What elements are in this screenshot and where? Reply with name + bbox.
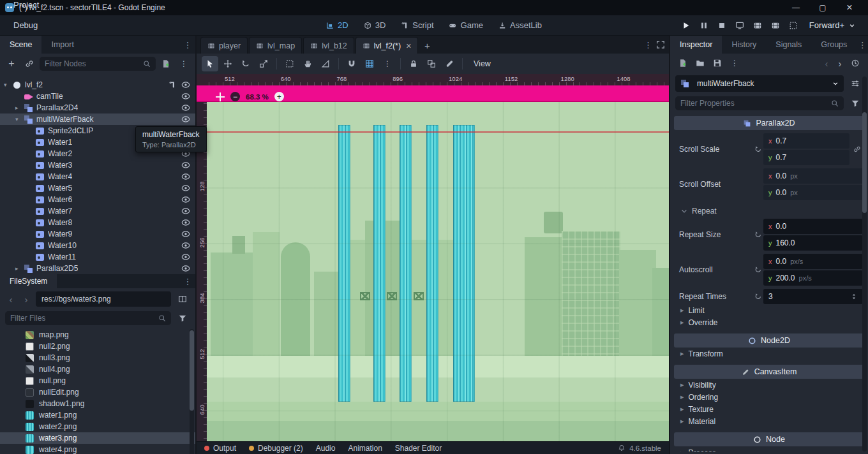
- visibility-eye-icon[interactable]: [181, 103, 190, 112]
- visibility-eye-icon[interactable]: [181, 207, 190, 216]
- revert-icon[interactable]: [754, 145, 762, 153]
- current-path[interactable]: res://bgs/water3.png: [36, 291, 171, 307]
- maximize-button[interactable]: ▢: [809, 0, 836, 15]
- visibility-eye-icon[interactable]: [181, 184, 190, 193]
- property-filter-options-icon[interactable]: [848, 96, 863, 111]
- repeat-times-field[interactable]: 3: [763, 289, 863, 304]
- zoom-out-button[interactable]: −: [230, 92, 240, 101]
- revert-icon[interactable]: [754, 266, 762, 274]
- lock-button[interactable]: [405, 56, 422, 71]
- bottom-panel-button[interactable]: Debugger (2): [249, 444, 303, 453]
- tree-node[interactable]: Water8: [0, 217, 195, 228]
- autoscroll-x-field[interactable]: x0.0px/s: [763, 254, 863, 269]
- category-node[interactable]: Node: [674, 432, 864, 446]
- collapsed-section[interactable]: ▸Visibility: [674, 379, 864, 391]
- file-item[interactable]: nullEdit.png: [0, 386, 195, 398]
- file-item[interactable]: map.png: [0, 329, 195, 340]
- tab-list-menu-icon[interactable]: ⋮: [644, 40, 652, 50]
- tree-expand-arrow[interactable]: ▸: [15, 266, 24, 272]
- category-canvasitem[interactable]: CanvasItem: [674, 365, 864, 379]
- scene-tab[interactable]: lvl_b12: [303, 37, 354, 54]
- resource-menu-icon[interactable]: ⋮: [727, 55, 742, 71]
- view-menu[interactable]: View: [467, 56, 497, 71]
- minimize-button[interactable]: —: [782, 0, 809, 15]
- workspace-script[interactable]: Script: [394, 15, 440, 36]
- tree-node[interactable]: Water5: [0, 182, 195, 194]
- autoscroll-y-field[interactable]: y200.0px/s: [763, 270, 863, 286]
- scene-tree-menu-icon[interactable]: ⋮: [176, 56, 191, 71]
- file-sort-icon[interactable]: [175, 311, 190, 326]
- list-select-button[interactable]: [281, 56, 298, 71]
- scene-dock-tab[interactable]: Scene: [0, 36, 41, 54]
- scene-tab[interactable]: player: [200, 37, 248, 54]
- filter-nodes-input[interactable]: Filter Nodes: [40, 57, 156, 71]
- file-item[interactable]: null2.png: [0, 340, 195, 352]
- visibility-eye-icon[interactable]: [181, 218, 190, 227]
- instantiate-scene-button[interactable]: [22, 56, 37, 71]
- file-item[interactable]: null3.png: [0, 352, 195, 363]
- horizontal-ruler[interactable]: 5126407688961024115212801408: [207, 74, 669, 85]
- group-button[interactable]: [423, 56, 440, 71]
- add-node-button[interactable]: +: [4, 56, 19, 71]
- attach-script-button[interactable]: [158, 56, 174, 71]
- remote-debug-button[interactable]: [731, 17, 748, 34]
- spinner-icon[interactable]: [850, 293, 858, 300]
- history-back-icon[interactable]: ‹: [5, 292, 17, 306]
- distraction-free-icon[interactable]: [656, 40, 665, 49]
- workspace-game[interactable]: Game: [443, 15, 490, 36]
- file-item[interactable]: water4.png: [0, 444, 195, 454]
- tree-node[interactable]: Water9: [0, 228, 195, 240]
- visibility-eye-icon[interactable]: [181, 264, 190, 273]
- collapsed-section[interactable]: ▸Transform: [674, 348, 864, 360]
- visibility-eye-icon[interactable]: [181, 195, 190, 204]
- edit-prev-object-icon[interactable]: ‹: [821, 56, 832, 70]
- collapsed-section[interactable]: ▸Material: [674, 415, 864, 427]
- close-button[interactable]: ×: [836, 0, 863, 15]
- visibility-eye-icon[interactable]: [181, 80, 190, 89]
- collapsed-section[interactable]: ▸Override: [674, 316, 864, 328]
- collapsed-section[interactable]: ▸Ordering: [674, 391, 864, 403]
- visibility-eye-icon[interactable]: [181, 230, 190, 238]
- skeleton-options-button[interactable]: [441, 56, 458, 71]
- visibility-eye-icon[interactable]: [181, 172, 190, 181]
- tree-node[interactable]: ▸ Parallax2D5: [0, 263, 195, 274]
- bottom-panel-button[interactable]: Animation: [348, 444, 382, 453]
- file-item[interactable]: water3.png: [0, 432, 195, 444]
- play-button[interactable]: [678, 17, 694, 34]
- node-selector[interactable]: multiWaterFback: [675, 75, 844, 92]
- bottom-panel-button[interactable]: Shader Editor: [395, 444, 442, 453]
- scene-tab[interactable]: lvl_map: [249, 37, 302, 54]
- close-tab-icon[interactable]: ×: [406, 41, 411, 50]
- renderer-dropdown[interactable]: Forward+: [803, 17, 862, 34]
- zoom-in-button[interactable]: +: [274, 92, 284, 101]
- filesystem-tab[interactable]: FileSystem: [0, 274, 57, 288]
- visibility-eye-icon[interactable]: [181, 92, 190, 101]
- rotate-tool-button[interactable]: [237, 56, 254, 71]
- edit-next-object-icon[interactable]: ›: [834, 56, 846, 70]
- play-custom-scene-button[interactable]: [767, 17, 784, 34]
- filesystem-menu-icon[interactable]: ⋮: [180, 274, 195, 288]
- grid-snap-button[interactable]: [361, 56, 378, 71]
- scroll-offset-y-field[interactable]: y0.0px: [763, 185, 863, 200]
- file-item[interactable]: shadow1.png: [0, 398, 195, 409]
- filter-files-input[interactable]: Filter Files: [5, 311, 171, 325]
- collapsed-section[interactable]: ▸Texture: [674, 403, 864, 415]
- bottom-panel-button[interactable]: Output: [204, 444, 236, 453]
- file-item[interactable]: water2.png: [0, 421, 195, 432]
- new-resource-button[interactable]: [675, 55, 691, 71]
- revert-icon[interactable]: [754, 293, 762, 300]
- tree-node[interactable]: Water4: [0, 171, 195, 182]
- tree-node[interactable]: ▸ Parallax2D4: [0, 102, 195, 113]
- visibility-eye-icon[interactable]: [181, 253, 190, 261]
- inspector-tab[interactable]: Groups: [811, 36, 857, 54]
- collapsed-section[interactable]: ▸Limit: [674, 304, 864, 316]
- tree-node[interactable]: Water11: [0, 251, 195, 263]
- object-history-icon[interactable]: [848, 55, 863, 71]
- tree-node[interactable]: ▾ lvl_f2: [0, 79, 195, 91]
- inspector-menu-icon[interactable]: ⋮: [857, 36, 868, 54]
- collapsed-section[interactable]: ▸Process: [674, 446, 864, 451]
- dock-menu-icon[interactable]: ⋮: [180, 36, 195, 54]
- inspector-tab[interactable]: Signals: [766, 36, 811, 54]
- revert-icon[interactable]: [754, 231, 762, 238]
- tree-expand-arrow[interactable]: ▾: [4, 82, 12, 88]
